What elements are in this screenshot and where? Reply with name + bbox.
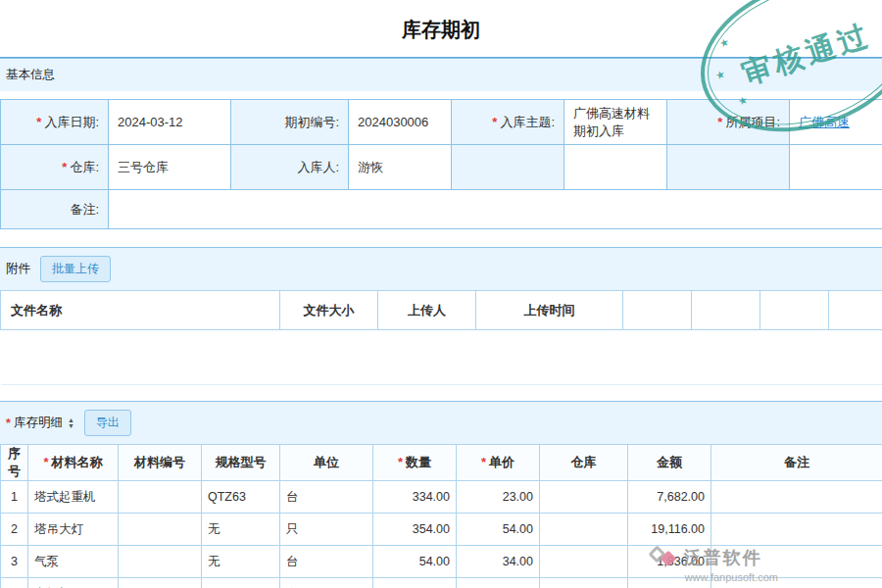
empty-label-cell <box>667 145 790 190</box>
cell-no: 4 <box>1 578 28 588</box>
cell-model: 无 <box>202 578 280 588</box>
det-col-no: 序号 <box>1 445 28 481</box>
attachments-section-header: 附件 批量上传 <box>0 247 882 290</box>
attachments-empty-row <box>1 330 882 385</box>
required-mark: * <box>481 455 486 469</box>
det-col-remark: 备注 <box>711 445 882 481</box>
table-row: 2 塔吊大灯 无 只 354.00 54.00 19,116.00 <box>1 514 882 546</box>
empty-label-cell <box>452 145 564 190</box>
sort-desc-icon: ▼ <box>68 423 74 429</box>
attach-col-empty <box>623 291 692 330</box>
required-mark: * <box>6 416 11 430</box>
details-section-header: * 库存明细 ▲ ▼ 导出 <box>0 401 882 444</box>
det-col-material-code: 材料编号 <box>119 445 202 481</box>
required-mark: * <box>398 455 403 469</box>
basic-info-form: *入库日期: 2024-03-12 期初编号: 2024030006 *入库主题… <box>0 99 882 229</box>
det-col-unit-price: *单价 <box>457 445 540 481</box>
det-col-amount: 金额 <box>628 445 711 481</box>
inbound-person-value: 游恢 <box>349 145 452 190</box>
cell-quantity: 354.00 <box>373 514 457 546</box>
basic-info-section-title: 基本信息 <box>6 67 55 83</box>
cell-warehouse <box>540 514 628 546</box>
cell-unit-price: 23.00 <box>457 481 540 514</box>
details-header-row: 序号 *材料名称 材料编号 规格型号 单位 *数量 *单价 仓库 金额 备注 <box>1 445 882 481</box>
cell-quantity: 65.00 <box>373 578 457 588</box>
project-link[interactable]: 广佛高速 <box>799 115 850 129</box>
cell-unit: 台 <box>280 546 373 578</box>
page-title: 库存期初 <box>0 0 882 57</box>
warehouse-value: 三号仓库 <box>109 145 231 190</box>
attach-col-uploader: 上传人 <box>378 291 476 330</box>
cell-remark <box>711 578 882 588</box>
cell-no: 3 <box>1 546 28 578</box>
cell-unit: 台 <box>280 481 373 514</box>
details-section-title: 库存明细 <box>14 415 63 431</box>
attachments-section-title: 附件 <box>6 261 30 277</box>
cell-unit-price: 32.00 <box>457 578 540 588</box>
attach-col-file-name: 文件名称 <box>1 291 280 330</box>
inbound-subject-value: 广佛高速材料期初入库 <box>564 100 667 145</box>
cell-amount: 1,836.00 <box>628 546 711 578</box>
attach-col-empty <box>829 291 882 330</box>
attachments-table: 文件名称 文件大小 上传人 上传时间 <box>0 290 882 385</box>
inbound-date-value: 2024-03-12 <box>109 100 231 145</box>
cell-remark <box>711 481 882 514</box>
cell-unit-price: 54.00 <box>457 514 540 546</box>
cell-quantity: 334.00 <box>373 481 457 514</box>
cell-amount: 2,080.00 <box>628 578 711 588</box>
project-value-cell: 广佛高速 <box>790 100 882 145</box>
batch-upload-button[interactable]: 批量上传 <box>40 256 111 282</box>
required-mark: * <box>43 455 48 469</box>
empty-value-cell <box>564 145 667 190</box>
export-button[interactable]: 导出 <box>84 410 131 436</box>
inbound-subject-label: *入库主题: <box>452 100 564 145</box>
required-mark: * <box>36 115 41 129</box>
det-col-quantity: *数量 <box>373 445 457 481</box>
cell-material-name: 塔吊大灯 <box>28 514 119 546</box>
page-header: 库存期初 <box>0 0 882 58</box>
cell-warehouse <box>540 546 628 578</box>
warehouse-label: *仓库: <box>1 145 109 190</box>
initial-number-label: 期初编号: <box>231 100 349 145</box>
cell-no: 1 <box>1 481 28 514</box>
remark-label: 备注: <box>1 190 109 229</box>
cell-model: 无 <box>202 546 280 578</box>
cell-material-code <box>119 514 202 546</box>
attach-col-empty <box>692 291 760 330</box>
attach-col-upload-time: 上传时间 <box>476 291 623 330</box>
cell-remark <box>711 546 882 578</box>
cell-remark <box>711 514 882 546</box>
attach-col-file-size: 文件大小 <box>280 291 378 330</box>
cell-material-code <box>119 578 202 588</box>
cell-amount: 19,116.00 <box>628 514 711 546</box>
cell-unit-price: 34.00 <box>457 546 540 578</box>
attach-col-empty <box>760 291 829 330</box>
initial-number-value: 2024030006 <box>349 100 452 145</box>
cell-amount: 7,682.00 <box>628 481 711 514</box>
cell-warehouse <box>540 481 628 514</box>
cell-material-name: 电焊机 <box>28 578 119 588</box>
det-col-unit: 单位 <box>280 445 373 481</box>
required-mark: * <box>717 115 722 129</box>
cell-material-name: 气泵 <box>28 546 119 578</box>
det-col-model: 规格型号 <box>202 445 280 481</box>
cell-unit: 只 <box>280 514 373 546</box>
det-col-warehouse: 仓库 <box>540 445 628 481</box>
project-label: *所属项目: <box>667 100 790 145</box>
table-row: 3 气泵 无 台 54.00 34.00 1,836.00 <box>1 546 882 578</box>
cell-warehouse <box>540 578 628 588</box>
inbound-date-label: *入库日期: <box>1 100 109 145</box>
cell-quantity: 54.00 <box>373 546 457 578</box>
remark-value <box>109 190 882 229</box>
required-mark: * <box>492 115 497 129</box>
empty-value-cell <box>790 145 882 190</box>
cell-no: 2 <box>1 514 28 546</box>
cell-material-code <box>119 481 202 514</box>
det-col-material-name: *材料名称 <box>28 445 119 481</box>
required-mark: * <box>62 160 67 174</box>
cell-material-name: 塔式起重机 <box>28 481 119 514</box>
inbound-person-label: 入库人: <box>231 145 349 190</box>
sort-icon[interactable]: ▲ ▼ <box>68 417 74 429</box>
table-row: 4 电焊机 无 台 65.00 32.00 2,080.00 <box>1 578 882 588</box>
basic-info-section-header: 基本信息 <box>0 58 882 91</box>
